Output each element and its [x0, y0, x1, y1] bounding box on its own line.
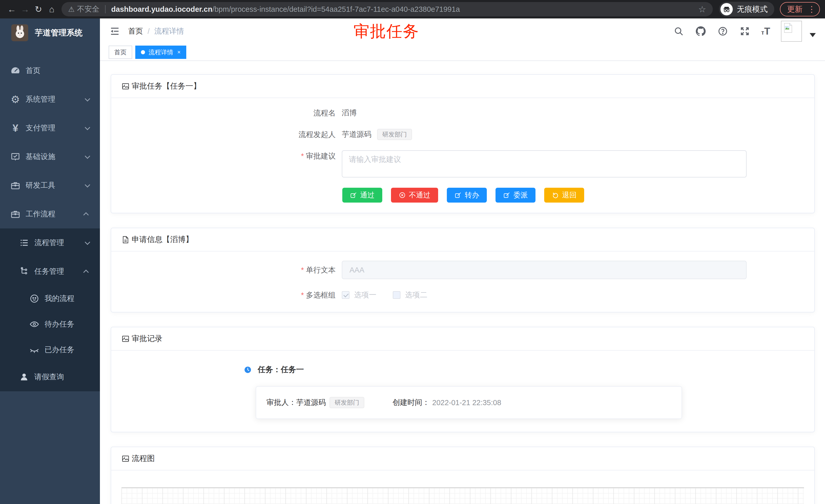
sidebar-item-done-tasks[interactable]: 已办任务: [0, 337, 100, 363]
tab-process-detail[interactable]: 流程详情 ×: [135, 46, 186, 59]
sidebar-item-system[interactable]: ⚙ 系统管理: [0, 85, 100, 114]
initiator-row: 流程发起人 芋道源码 研发部门: [122, 129, 804, 140]
not-secure-label: 不安全: [77, 4, 99, 14]
help-icon[interactable]: [717, 26, 729, 37]
sidebar-item-payment[interactable]: ¥ 支付管理: [0, 114, 100, 142]
dept-tag: 研发部门: [329, 397, 364, 408]
suggest-textarea[interactable]: [342, 150, 747, 177]
close-icon[interactable]: ×: [177, 49, 180, 56]
face-icon: [29, 293, 40, 304]
suggest-row: 审批建议: [122, 150, 804, 177]
create-time-value: 2022-01-21 22:35:08: [432, 399, 501, 407]
page-content: 审批任务【任务一】 流程名 滔博 流程发起人 芋道源码 研发部门: [100, 61, 825, 504]
sidebar-item-devtools[interactable]: 研发工具: [0, 171, 100, 200]
page-header: 首页 / 流程详情 审批任务: [100, 18, 825, 44]
sidebar: 芋道管理系统 首页 ⚙ 系统管理 ¥ 支付管理: [0, 18, 100, 504]
sidebar-item-task-mgmt[interactable]: 任务管理: [0, 257, 100, 286]
dept-tag: 研发部门: [377, 129, 412, 140]
font-size-icon[interactable]: тT: [761, 26, 770, 37]
chevron-up-icon: [83, 269, 89, 275]
sidebar-fold-icon[interactable]: [109, 26, 121, 37]
picture-icon: [122, 454, 130, 463]
chevron-up-icon: [83, 212, 89, 218]
apply-info-card: 申请信息【滔博】 单行文本 多选框组 选项一: [111, 228, 815, 313]
home-icon[interactable]: ⌂: [45, 3, 58, 16]
approve-actions: 通过 不通过 转办 委: [342, 188, 804, 202]
breadcrumb-current: 流程详情: [154, 26, 184, 36]
back-icon[interactable]: ←: [5, 3, 18, 16]
briefcase-icon: [10, 208, 21, 220]
records-card-header: 审批记录: [111, 327, 814, 351]
url-divider: [105, 5, 105, 13]
address-bar[interactable]: ⚠ 不安全 dashboard.yudao.iocoder.cn /bpm/pr…: [62, 2, 713, 16]
chevron-down-icon: [85, 125, 90, 130]
diagram-card-header: 流程图: [111, 447, 814, 471]
timeline-node: 任务：任务一: [244, 364, 804, 375]
app-logo-row[interactable]: 芋道管理系统: [0, 18, 100, 47]
sidebar-item-workflow[interactable]: 工作流程: [0, 200, 100, 229]
github-icon[interactable]: [695, 26, 706, 37]
checkbox-group: 选项一 选项二: [342, 290, 444, 300]
sidebar-item-process-mgmt[interactable]: 流程管理: [0, 229, 100, 257]
checkbox-option-1: 选项一: [342, 290, 376, 300]
checkbox-checked-icon: [342, 291, 350, 299]
chevron-down-icon: [85, 240, 90, 245]
return-button[interactable]: 退回: [544, 188, 584, 202]
briefcase-icon: [10, 180, 21, 191]
process-name-row: 流程名 滔博: [122, 107, 804, 118]
browser-update-button[interactable]: 更新 ⋮: [780, 2, 820, 16]
document-icon: [122, 236, 130, 244]
url-path: /bpm/process-instance/detail?id=54aa251f…: [212, 5, 694, 14]
sidebar-item-todo-tasks[interactable]: 待办任务: [0, 312, 100, 337]
card-title: 流程图: [132, 453, 155, 464]
process-name-value: 滔博: [342, 108, 357, 118]
incognito-label: 无痕模式: [737, 4, 768, 15]
browser-toolbar: ← → ↻ ⌂ ⚠ 不安全 dashboard.yudao.iocoder.cn…: [0, 0, 825, 18]
app-logo: [11, 24, 28, 41]
sidebar-item-home[interactable]: 首页: [0, 56, 100, 85]
pass-button[interactable]: 通过: [342, 188, 382, 202]
reject-button[interactable]: 不通过: [391, 188, 438, 202]
browser-menu-icon[interactable]: ⋮: [808, 4, 816, 14]
eye-closed-icon: [29, 344, 40, 355]
yen-icon: ¥: [10, 122, 21, 134]
tab-home[interactable]: 首页: [108, 46, 132, 59]
monitor-icon: [10, 151, 21, 162]
records-timeline: 任务：任务一 审批人： 芋道源码 研发部门 创建时间： 2022-01-21 2…: [244, 360, 804, 419]
circle-close-icon: [399, 191, 406, 199]
chevron-down-icon: [85, 153, 90, 159]
app-title: 芋道管理系统: [35, 27, 82, 38]
breadcrumb-home[interactable]: 首页: [128, 26, 143, 36]
header-actions: тT: [662, 21, 816, 42]
card-title: 审批记录: [132, 333, 162, 344]
card-title: 审批任务【任务一】: [132, 81, 201, 91]
forward-icon[interactable]: →: [18, 3, 32, 16]
fullscreen-icon[interactable]: [739, 26, 750, 37]
transfer-button[interactable]: 转办: [447, 188, 487, 202]
sidebar-item-my-process[interactable]: 我的流程: [0, 286, 100, 312]
chevron-down-icon: [85, 182, 90, 187]
search-icon[interactable]: [673, 26, 684, 37]
create-time-label: 创建时间：: [392, 398, 430, 408]
user-icon: [18, 371, 30, 383]
reload-icon[interactable]: ↻: [32, 3, 45, 16]
sidebar-item-infra[interactable]: 基础设施: [0, 142, 100, 171]
process-diagram-card: 流程图: [111, 447, 815, 504]
edit-icon: [503, 191, 510, 199]
avatar[interactable]: [781, 21, 802, 42]
bpmn-canvas[interactable]: [122, 487, 804, 504]
picture-icon: [122, 82, 130, 90]
single-text-input: [342, 261, 747, 279]
apply-card-header: 申请信息【滔博】: [111, 228, 814, 251]
bookmark-star-icon[interactable]: ☆: [698, 4, 706, 14]
app-shell: 芋道管理系统 首页 ⚙ 系统管理 ¥ 支付管理: [0, 18, 825, 504]
dashboard-icon: [10, 65, 21, 76]
edit-icon: [350, 191, 357, 199]
checkbox-unchecked-icon: [393, 291, 400, 299]
sidebar-item-leave-query[interactable]: 请假查询: [0, 363, 100, 391]
initiator-value: 芋道源码 研发部门: [342, 129, 412, 140]
delegate-button[interactable]: 委派: [496, 188, 535, 202]
approve-task-card: 审批任务【任务一】 流程名 滔博 流程发起人 芋道源码 研发部门: [111, 74, 815, 213]
picture-icon: [122, 335, 130, 343]
avatar-dropdown-icon[interactable]: [810, 33, 816, 37]
